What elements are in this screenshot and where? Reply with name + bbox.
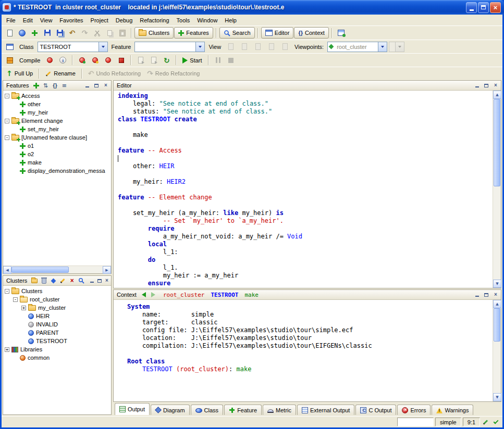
feature-combobox[interactable] <box>134 42 205 52</box>
class-combobox[interactable]: TESTROOT <box>38 42 108 52</box>
redo-refactoring-button[interactable]: ↷Redo Refactoring <box>144 68 202 79</box>
maximize-button[interactable] <box>478 2 489 13</box>
collapse-toggle[interactable]: - <box>5 119 9 123</box>
c-compile-workbench-button[interactable] <box>134 55 146 66</box>
tab-output[interactable]: Output <box>115 403 150 415</box>
c-compile-finalized-button[interactable] <box>147 55 159 66</box>
collapse-toggle[interactable]: - <box>5 289 9 294</box>
start-button[interactable]: Start <box>180 55 204 66</box>
save-all-button[interactable] <box>54 27 66 39</box>
expand-toggle[interactable]: + <box>21 306 26 310</box>
menu-project[interactable]: Project <box>87 16 112 25</box>
cluster-row[interactable]: HEIR <box>3 312 111 320</box>
expand-toggle[interactable]: + <box>5 347 9 352</box>
menu-refactoring[interactable]: Refactoring <box>136 16 173 25</box>
features-close-button[interactable]: × <box>102 82 109 89</box>
editor-maximize-button[interactable] <box>483 82 490 89</box>
tab-class[interactable]: Class <box>191 405 224 415</box>
redo-button[interactable]: ↷ <box>79 27 91 39</box>
melt-button[interactable] <box>44 55 56 66</box>
menu-help[interactable]: Help <box>221 16 240 25</box>
close-button[interactable]: × <box>490 2 501 13</box>
new-tab-button[interactable] <box>4 41 16 53</box>
collapse-toggle[interactable]: - <box>13 297 18 302</box>
menu-favorites[interactable]: Favorites <box>56 16 87 25</box>
scroll-down-button[interactable]: ▼ <box>493 280 501 288</box>
search-button[interactable]: Search <box>219 27 255 39</box>
feature-clause-row[interactable]: -Access <box>3 92 111 100</box>
editor-close-button[interactable]: × <box>492 82 499 89</box>
tab-metric[interactable]: Metric <box>263 405 296 415</box>
tab-c-output[interactable]: C Output <box>355 405 396 415</box>
features-minimize-button[interactable] <box>83 82 91 89</box>
menu-view[interactable]: View <box>36 16 56 25</box>
feature-combobox-arrow[interactable] <box>195 42 204 52</box>
open-button[interactable] <box>16 27 28 39</box>
menu-edit[interactable]: Edit <box>19 16 36 25</box>
feature-row[interactable]: set_my_heir <box>3 125 111 133</box>
clusters-maximize-button[interactable] <box>97 277 102 284</box>
feature-row[interactable]: o2 <box>3 150 111 158</box>
feature-row[interactable]: other <box>3 100 111 108</box>
vscroll-track[interactable] <box>493 308 501 393</box>
pause-button[interactable] <box>212 55 224 66</box>
cluster-row[interactable]: common <box>3 354 111 362</box>
collapse-toggle[interactable]: - <box>5 94 9 98</box>
clusters-close-button[interactable]: × <box>104 277 109 284</box>
cut-button[interactable] <box>91 27 103 39</box>
cluster-row[interactable]: PARENT <box>3 329 111 337</box>
menu-tools[interactable]: Tools <box>173 16 194 25</box>
breadcrumb-class[interactable]: TESTROOT <box>211 292 238 298</box>
menu-window[interactable]: Window <box>193 16 221 25</box>
tab-warnings[interactable]: Warnings <box>432 405 473 415</box>
feature-row[interactable]: display_demonstration_messa <box>3 167 111 175</box>
freeze-button[interactable] <box>89 55 101 66</box>
editor-minimize-button[interactable] <box>473 82 481 89</box>
new-window-button[interactable] <box>4 27 16 39</box>
history-back-button[interactable] <box>140 291 147 299</box>
refresh-button[interactable]: ↻ <box>161 55 173 66</box>
viewpoints-combobox-arrow[interactable] <box>378 42 387 52</box>
scroll-up-button[interactable]: ▲ <box>493 91 501 99</box>
tab-diagram[interactable]: Diagram <box>151 405 190 415</box>
history-forward-button[interactable] <box>150 291 157 299</box>
add-cluster-button[interactable] <box>31 277 38 285</box>
vscroll-thumb[interactable] <box>494 99 500 186</box>
class-combobox-arrow[interactable] <box>99 42 107 52</box>
vscroll-thumb[interactable] <box>494 308 500 342</box>
view-contract-button[interactable] <box>265 41 277 53</box>
tab-errors[interactable]: Errors <box>397 405 431 415</box>
clusters-toggle-button[interactable]: Clusters <box>134 27 174 39</box>
stop-button[interactable] <box>225 55 237 66</box>
feature-row[interactable]: make <box>3 158 111 167</box>
list-view-icon[interactable]: ≡ <box>60 82 68 90</box>
search-cluster-button[interactable] <box>78 277 85 285</box>
cluster-row[interactable]: -root_cluster <box>3 295 111 304</box>
new-item-button[interactable] <box>29 27 41 39</box>
context-close-button[interactable]: × <box>492 292 499 298</box>
context-output[interactable]: System name: simple target: classic conf… <box>114 300 493 401</box>
paste-button[interactable] <box>116 27 128 39</box>
editor-toggle-button[interactable]: Editor <box>261 27 294 39</box>
menu-file[interactable]: File <box>3 16 19 25</box>
view-clickable-button[interactable] <box>238 41 250 53</box>
cluster-row[interactable]: +my_cluster <box>3 304 111 312</box>
viewpoints-combobox[interactable]: root_cluster <box>327 42 387 52</box>
title-bar[interactable]: * TESTROOT in cluster root_cluster locat… <box>0 0 504 15</box>
undo-button[interactable]: ↶ <box>66 27 78 39</box>
rename-button[interactable]: Rename <box>43 68 78 79</box>
context-maximize-button[interactable] <box>483 292 490 298</box>
save-button[interactable] <box>41 27 53 39</box>
view-basic-text-button[interactable] <box>225 41 237 53</box>
feature-clause-row[interactable]: -[Unnamed feature clause] <box>3 133 111 142</box>
compilation-info-button[interactable]: i <box>57 55 69 66</box>
features-maximize-button[interactable] <box>93 82 100 89</box>
breadcrumb-feature[interactable]: make <box>244 292 259 298</box>
external-commands-button[interactable] <box>335 27 347 39</box>
viewpoint-variant-combobox[interactable] <box>389 42 404 52</box>
hscroll-track[interactable] <box>11 266 103 273</box>
scroll-down-button[interactable]: ▼ <box>493 393 501 401</box>
menu-debug[interactable]: Debug <box>112 16 136 25</box>
cluster-row[interactable]: -Clusters <box>3 287 111 295</box>
context-minimize-button[interactable] <box>473 292 481 298</box>
